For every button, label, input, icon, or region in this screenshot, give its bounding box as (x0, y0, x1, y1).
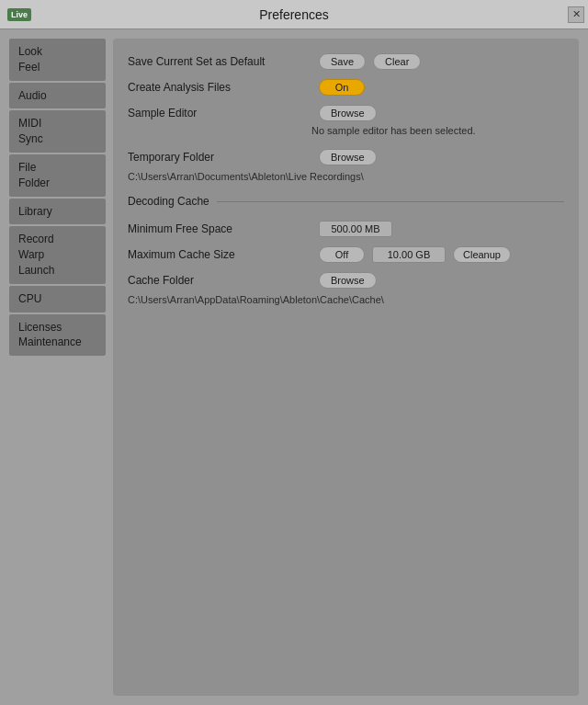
temporary-folder-label: Temporary Folder (128, 151, 311, 164)
minimum-free-space-value[interactable]: 500.00 MB (319, 221, 392, 237)
sample-editor-row: Sample Editor Browse (128, 105, 564, 121)
sidebar-item-record-warp-launch[interactable]: Record Warp Launch (9, 226, 106, 283)
minimum-free-space-label: Minimum Free Space (128, 222, 311, 235)
save-button[interactable]: Save (319, 53, 366, 70)
no-sample-editor-text: No sample editor has been selected. (128, 125, 564, 136)
save-current-set-label: Save Current Set as Default (128, 55, 311, 68)
sidebar-item-cpu[interactable]: CPU (9, 286, 106, 313)
window-title: Preferences (259, 7, 328, 22)
sidebar-item-licenses-maintenance[interactable]: Licenses Maintenance (9, 314, 106, 357)
sample-editor-browse-button[interactable]: Browse (319, 105, 377, 121)
maximum-cache-size-row: Maximum Cache Size Off 10.00 GB Cleanup (128, 246, 564, 263)
create-analysis-label: Create Analysis Files (128, 81, 311, 94)
cache-off-button[interactable]: Off (319, 246, 365, 263)
minimum-free-space-row: Minimum Free Space 500.00 MB (128, 221, 564, 237)
sidebar-item-look-feel[interactable]: Look Feel (9, 39, 106, 81)
temporary-folder-path: C:\Users\Arran\Documents\Ableton\Live Re… (128, 171, 564, 182)
sidebar: Look Feel Audio MIDI Sync File Folder Li… (9, 39, 106, 696)
sidebar-item-file-folder[interactable]: File Folder (9, 154, 106, 197)
cache-folder-path: C:\Users\Arran\AppData\Roaming\Ableton\C… (128, 294, 564, 305)
content-area: Look Feel Audio MIDI Sync File Folder Li… (0, 29, 588, 705)
decoding-cache-section: Decoding Cache (128, 195, 564, 208)
title-bar: Live Preferences ✕ (0, 0, 588, 29)
preferences-window: Live Preferences ✕ Look Feel Audio MIDI … (0, 0, 588, 705)
decoding-cache-label: Decoding Cache (128, 195, 209, 208)
cache-folder-label: Cache Folder (128, 274, 311, 287)
cache-folder-row: Cache Folder Browse (128, 272, 564, 289)
close-button[interactable]: ✕ (568, 6, 584, 23)
save-current-set-row: Save Current Set as Default Save Clear (128, 53, 564, 70)
sidebar-item-library[interactable]: Library (9, 199, 106, 225)
cleanup-button[interactable]: Cleanup (453, 246, 511, 263)
maximum-cache-size-label: Maximum Cache Size (128, 248, 311, 261)
sidebar-item-audio[interactable]: Audio (9, 83, 106, 109)
live-badge: Live (7, 8, 31, 21)
analysis-on-button[interactable]: On (319, 79, 365, 96)
sidebar-item-midi-sync[interactable]: MIDI Sync (9, 110, 106, 153)
temporary-folder-row: Temporary Folder Browse (128, 149, 564, 165)
temporary-folder-browse-button[interactable]: Browse (319, 149, 377, 165)
main-panel: Save Current Set as Default Save Clear C… (113, 39, 579, 696)
sample-editor-label: Sample Editor (128, 107, 311, 119)
cache-folder-browse-button[interactable]: Browse (319, 272, 377, 289)
cache-size-value[interactable]: 10.00 GB (372, 246, 446, 263)
clear-button[interactable]: Clear (373, 53, 421, 70)
create-analysis-row: Create Analysis Files On (128, 79, 564, 96)
